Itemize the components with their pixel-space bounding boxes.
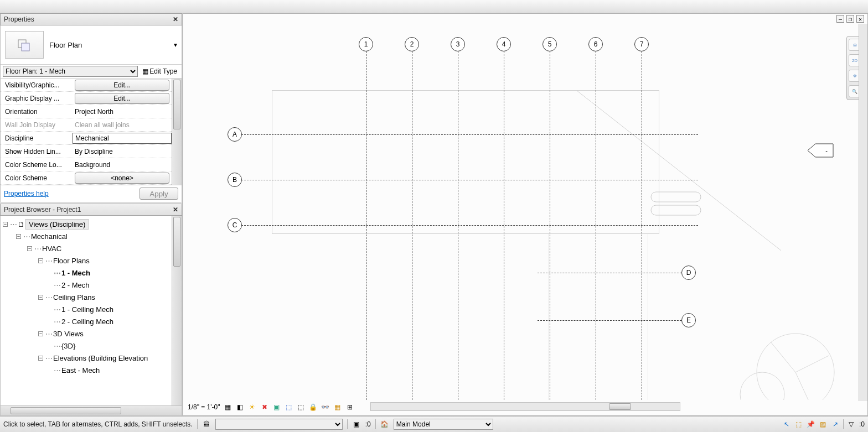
drawing-vscrollbar[interactable] [859, 24, 867, 401]
browser-vscrollbar[interactable] [172, 216, 182, 405]
collapse-icon[interactable]: − [38, 356, 43, 361]
tree-root[interactable]: − ⋯🗋 Views (Discipline) [1, 218, 172, 230]
tree-node[interactable]: −⋯HVAC [1, 242, 172, 254]
property-value[interactable]: Project North [73, 108, 172, 116]
grid-bubble[interactable]: B [228, 173, 242, 187]
gridline-vertical[interactable] [366, 51, 366, 400]
tree-node[interactable]: ⋯2 - Mech [1, 279, 172, 291]
tree-node[interactable]: ⋯2 - Ceiling Mech [1, 315, 172, 327]
property-value[interactable]: Background [73, 161, 172, 169]
temp-hide-icon[interactable]: 👓 [321, 403, 330, 412]
gridline-vertical[interactable] [642, 51, 642, 400]
apply-button[interactable]: Apply [140, 188, 178, 200]
select-links-icon[interactable]: ↖ [782, 420, 791, 429]
gridline-horizontal[interactable] [228, 225, 698, 226]
tree-node[interactable]: −⋯Mechanical [1, 230, 172, 242]
gridline-vertical[interactable] [412, 51, 412, 400]
select-underlay-icon[interactable]: ⬚ [794, 420, 803, 429]
property-edit-button[interactable]: Edit... [75, 93, 169, 104]
select-pinned-icon[interactable]: 📌 [807, 420, 815, 429]
gridline-horizontal[interactable] [228, 134, 698, 135]
instance-row: Floor Plan: 1 - Mech ▦ Edit Type [1, 65, 182, 79]
editable-only-icon[interactable]: ▣ [352, 420, 361, 429]
properties-help-link[interactable]: Properties help [4, 190, 49, 197]
property-edit-button[interactable]: Edit... [75, 80, 169, 91]
grid-bubble[interactable]: C [228, 218, 242, 232]
workset-dropdown[interactable] [215, 419, 343, 430]
collapse-icon[interactable]: − [3, 222, 8, 227]
grid-bubble[interactable]: A [228, 127, 242, 142]
gridline-vertical[interactable] [458, 51, 458, 400]
rendering-icon[interactable]: ▣ [272, 403, 281, 412]
property-value[interactable]: <none> [73, 173, 172, 184]
edit-type-button[interactable]: ▦ Edit Type [140, 67, 179, 75]
workset-icon[interactable]: 🏛 [202, 420, 211, 429]
model-icon[interactable]: 🏠 [380, 420, 389, 429]
property-value[interactable]: Mechanical [73, 133, 172, 144]
grid-bubble[interactable]: 3 [451, 37, 465, 51]
drawing-canvas[interactable]: - 1234567ABCDE [183, 24, 867, 400]
tree-node[interactable]: −⋯Elevations (Building Elevation [1, 352, 172, 364]
property-edit-button[interactable]: <none> [75, 173, 169, 184]
grid-bubble[interactable]: 7 [634, 37, 649, 51]
detail-level-icon[interactable]: ▦ [224, 403, 232, 412]
type-selector[interactable]: Floor Plan ▾ [1, 25, 182, 65]
grid-bubble[interactable]: 6 [588, 37, 603, 51]
tree-node[interactable]: −⋯Ceiling Plans [1, 291, 172, 303]
instance-selector[interactable]: Floor Plan: 1 - Mech [3, 66, 138, 77]
tree-node[interactable]: ⋯{3D} [1, 340, 172, 352]
collapse-icon[interactable]: − [27, 246, 32, 251]
gridline-vertical[interactable] [596, 51, 596, 400]
grid-bubble[interactable]: D [681, 266, 696, 280]
crop-view-icon[interactable]: ⬚ [285, 403, 293, 412]
elevation-marker[interactable]: - [808, 143, 834, 160]
grid-bubble[interactable]: 2 [405, 37, 419, 51]
grid-bubble[interactable]: 4 [497, 37, 511, 51]
crop-region-icon[interactable]: ⬚ [297, 403, 306, 412]
drag-elements-icon[interactable]: ↗ [831, 420, 840, 429]
gridline-horizontal[interactable] [228, 180, 698, 180]
lock-icon[interactable]: 🔒 [309, 403, 318, 412]
svg-point-6 [740, 372, 784, 400]
filter-icon[interactable]: ▽ [847, 420, 856, 429]
gridline-vertical[interactable] [504, 51, 504, 400]
worksharing-display-icon[interactable]: ⊞ [345, 403, 354, 412]
browser-header[interactable]: Project Browser - Project1 ✕ [0, 204, 182, 216]
property-value[interactable]: By Discipline [73, 148, 172, 155]
properties-close-icon[interactable]: ✕ [173, 15, 178, 23]
reveal-hidden-icon[interactable]: ▦ [333, 403, 342, 412]
properties-scrollbar[interactable] [172, 79, 182, 185]
view-close-icon[interactable]: ✕ [856, 15, 864, 23]
gridline-vertical[interactable] [550, 51, 550, 400]
browser-tree[interactable]: − ⋯🗋 Views (Discipline)−⋯Mechanical−⋯HVA… [1, 216, 172, 405]
drawing-area[interactable]: — ❐ ✕ - [183, 13, 868, 416]
property-value[interactable]: Edit... [73, 80, 172, 91]
drawing-hscrollbar[interactable] [370, 402, 680, 411]
scale-label[interactable]: 1/8" = 1'-0" [188, 403, 220, 411]
property-value[interactable]: Edit... [73, 93, 172, 104]
view-minimize-icon[interactable]: — [836, 15, 844, 23]
properties-header[interactable]: Properties ✕ [0, 13, 182, 25]
collapse-icon[interactable]: − [38, 295, 43, 300]
grid-bubble[interactable]: 5 [542, 37, 557, 51]
tree-node[interactable]: ⋯1 - Ceiling Mech [1, 303, 172, 315]
grid-bubble[interactable]: E [681, 313, 696, 327]
tree-node[interactable]: −⋯3D Views [1, 327, 172, 340]
gridline-horizontal[interactable] [538, 320, 687, 321]
visual-style-icon[interactable]: ◧ [236, 403, 245, 412]
browser-close-icon[interactable]: ✕ [173, 206, 178, 214]
tree-node[interactable]: ⋯1 - Mech [1, 267, 172, 279]
collapse-icon[interactable]: − [38, 258, 43, 263]
sun-path-icon[interactable]: ☀ [248, 403, 257, 412]
select-face-icon[interactable]: ▨ [819, 420, 828, 429]
shadows-icon[interactable]: ✖ [260, 403, 269, 412]
collapse-icon[interactable]: − [16, 234, 21, 239]
browser-hscrollbar[interactable] [1, 405, 182, 415]
view-restore-icon[interactable]: ❐ [846, 15, 854, 23]
tree-node[interactable]: −⋯Floor Plans [1, 254, 172, 267]
tree-node[interactable]: ⋯East - Mech [1, 364, 172, 376]
grid-bubble[interactable]: 1 [359, 37, 373, 51]
collapse-icon[interactable]: − [38, 331, 43, 336]
gridline-horizontal[interactable] [538, 273, 687, 273]
design-option-dropdown[interactable]: Main Model [394, 419, 493, 430]
